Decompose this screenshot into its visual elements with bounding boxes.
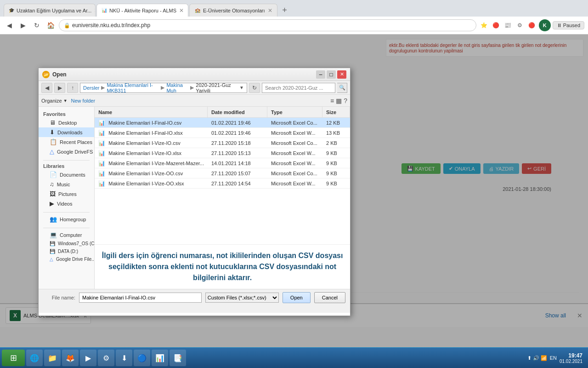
new-tab-button[interactable]: + [278, 4, 291, 17]
info-box: İlgili ders için öğrenci numarası, not i… [95, 244, 350, 289]
organize-button[interactable]: Organize ▼ [41, 98, 68, 104]
file-row-5[interactable]: 📊 Makine Elemanlari I-Vize-Mazeret-Mazer… [95, 158, 350, 168]
dialog-minimize[interactable]: – [316, 70, 325, 79]
file-size-2: 13 KB [322, 130, 350, 136]
dialog-maximize[interactable]: □ [327, 70, 336, 79]
sidebar-item-desktop[interactable]: 🖥 Desktop [39, 118, 94, 127]
tab-nku[interactable]: 📊 NKÜ - Aktivite Raporu - ALMS ✕ [96, 4, 188, 17]
sidebar-item-google-drive-file[interactable]: △ Google Drive File... [39, 255, 94, 263]
taskbar-ie[interactable]: 🌐 [26, 350, 43, 366]
taskbar-excel[interactable]: 📊 [152, 350, 168, 366]
taskbar-firefox[interactable]: 🦊 [62, 350, 79, 366]
grid-view-icon[interactable]: ▦ [336, 97, 342, 104]
download-icon: ⬇ [121, 354, 127, 362]
file-type-6: Microsoft Excel Co... [267, 171, 322, 176]
libraries-section: Libraries 📄 Documents ♫ Music 🖼 Pictures [39, 162, 94, 208]
sidebar-item-downloads[interactable]: ⬇ Downloads [39, 127, 94, 137]
data-d-label: DATA (D:) [58, 249, 78, 254]
tab-close-2[interactable]: ✕ [179, 8, 184, 13]
file-row-1[interactable]: 📊 Makine Elemanlari I-Final-IO.csv 01.02… [95, 118, 350, 128]
taskbar-downloads[interactable]: ⬇ [116, 350, 132, 366]
tab-uzaktan[interactable]: 🎓 Uzaktan Eğitim Uygulama ve Ar... ✕ [4, 4, 96, 17]
dialog-refresh-button[interactable]: ↻ [249, 83, 260, 93]
sidebar-item-computer[interactable]: 💻 Computer [39, 230, 94, 240]
col-header-size[interactable]: Size [322, 107, 350, 117]
sidebar-item-data-d[interactable]: 💾 DATA (D:) [39, 247, 94, 255]
new-folder-button[interactable]: New folder [71, 98, 96, 104]
taskbar-settings[interactable]: ⚙ [98, 350, 114, 366]
col-header-type[interactable]: Type [267, 107, 322, 117]
downloads-icon: ⬇ [50, 129, 55, 136]
taskbar-clock[interactable]: 19:47 01.02.2021 [560, 352, 582, 364]
cancel-button[interactable]: Cancel [314, 292, 345, 303]
taskbar-chrome[interactable]: 🔵 [134, 350, 150, 366]
file-row-6[interactable]: 📊 Makine Elemanlari I-Vize-OO.csv 27.11.… [95, 168, 350, 178]
file-date-3: 27.11.2020 15:18 [208, 140, 267, 146]
url-box[interactable]: 🔒 euniversite.nku.edu.tr/index.php [59, 19, 476, 31]
filetype-select[interactable]: Custom Files (*.xlsx;*.csv) All Files (*… [205, 293, 279, 303]
forward-button[interactable]: ▶ [17, 20, 28, 31]
dialog-up-button[interactable]: ↑ [67, 83, 78, 93]
language-indicator[interactable]: EN [550, 355, 557, 361]
tab-favicon-2: 📊 [102, 7, 107, 14]
sidebar-item-homegroup[interactable]: 👥 Homegroup [39, 214, 94, 224]
profile-icon[interactable]: 🔴 [527, 20, 537, 30]
google-drive-fs-label: Google DriveFS [57, 149, 93, 155]
file-date-7: 27.11.2020 14:54 [208, 181, 267, 186]
divider-1 [43, 160, 90, 161]
back-button[interactable]: ◀ [4, 20, 15, 31]
file-row-2[interactable]: 📊 Makine Elemanlari I-Final-IO.xlsx 01.0… [95, 128, 350, 138]
excel-taskbar-icon: 📊 [155, 354, 164, 362]
breadcrumb-mkb311[interactable]: Makina Elemanlari I-MKB311 [107, 83, 159, 93]
data-d-icon: 💾 [50, 249, 55, 254]
search-icon[interactable]: 🔍 [337, 83, 347, 93]
home-button[interactable]: 🏠 [45, 20, 56, 31]
breadcrumb-dropdown-icon[interactable]: ▼ [239, 85, 244, 90]
dialog-content: Favorites 🖥 Desktop ⬇ Downloads 📋 Recent… [39, 107, 350, 289]
breadcrumb-muh[interactable]: Makina Muh [166, 83, 188, 93]
taskbar-media[interactable]: ▶ [80, 350, 96, 366]
breadcrumb-dersler[interactable]: Dersler [83, 85, 99, 91]
homegroup-icon: 👥 [50, 216, 57, 223]
windows7-icon: 💾 [50, 241, 55, 246]
sidebar-item-videos[interactable]: ▶ Videos [39, 199, 94, 208]
reader-icon[interactable]: 📰 [503, 20, 513, 30]
file-row-4[interactable]: 📊 Makine Elemanlari I-Vize-IO.xlsx 27.11… [95, 148, 350, 158]
extensions-icon[interactable]: 🔴 [491, 20, 501, 30]
bookmark-icon[interactable]: ⭐ [479, 20, 489, 30]
dialog-forward-button[interactable]: ▶ [54, 83, 65, 93]
sidebar-item-music[interactable]: ♫ Music [39, 179, 94, 189]
file-row-7[interactable]: 📊 Makine Elemanlari I-Vize-OO.xlsx 27.11… [95, 178, 350, 189]
sidebar-item-documents[interactable]: 📄 Documents [39, 170, 94, 179]
paused-button[interactable]: ⏸ Paused [553, 21, 584, 29]
breadcrumb[interactable]: Dersler ▶ Makina Elemanlari I-MKB311 ▶ M… [80, 83, 247, 93]
col-header-date[interactable]: Date modified [208, 107, 267, 117]
settings-icon[interactable]: ⚙ [515, 20, 525, 30]
open-button[interactable]: Open [283, 292, 311, 303]
taskbar-ppt[interactable]: 📑 [170, 350, 186, 366]
dialog-close-button[interactable]: ✕ [337, 70, 346, 79]
sidebar-item-pictures[interactable]: 🖼 Pictures [39, 189, 94, 199]
url-text: euniversite.nku.edu.tr/index.php [72, 22, 150, 29]
file-date-4: 27.11.2020 15:13 [208, 150, 267, 156]
filename-input[interactable] [79, 293, 202, 303]
sidebar-item-windows7os[interactable]: 💾 Windows7_OS (C:) [39, 240, 94, 247]
tab-close-1[interactable]: ✕ [94, 8, 96, 13]
sidebar-item-recent[interactable]: 📋 Recent Places [39, 137, 94, 147]
reload-button[interactable]: ↻ [31, 20, 42, 31]
tab-euniversite[interactable]: 🏫 E-Üniversite Otomasyonları ✕ [189, 4, 277, 17]
profile-button[interactable]: K [539, 19, 551, 31]
taskbar-explorer[interactable]: 📁 [44, 350, 61, 366]
tab-close-3[interactable]: ✕ [268, 8, 272, 13]
list-view-icon[interactable]: ≡ [330, 97, 334, 104]
computer-label: Computer [60, 232, 82, 238]
file-row-3[interactable]: 📊 Makine Elemanlari I-Vize-IO.csv 27.11.… [95, 138, 350, 148]
col-header-name[interactable]: Name [95, 107, 208, 117]
file-list-header: Name Date modified Type Size [95, 107, 350, 118]
dialog-search-input[interactable] [262, 83, 335, 93]
sidebar-item-google-drive-fs[interactable]: △ Google DriveFS [39, 147, 94, 156]
dialog-titlebar: 📂 Open – □ ✕ [39, 68, 350, 81]
start-button[interactable]: ⊞ [2, 350, 25, 366]
help-icon[interactable]: ? [344, 97, 347, 104]
dialog-back-button[interactable]: ◀ [41, 83, 52, 93]
